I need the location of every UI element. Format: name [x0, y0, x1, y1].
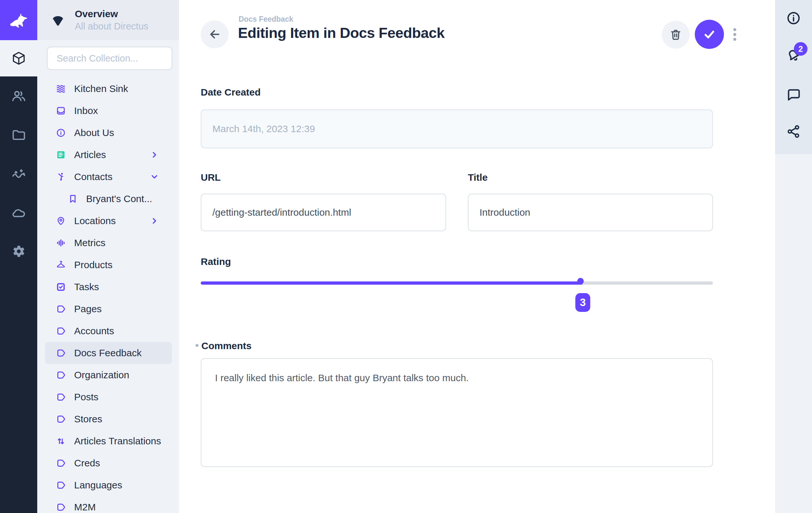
save-button[interactable]: [695, 20, 724, 49]
comments-field[interactable]: I really liked this article. But that gu…: [201, 358, 713, 467]
sidebar-item-articles[interactable]: Articles: [45, 144, 172, 166]
sidebar-item-label: Metrics: [74, 237, 106, 248]
edited-indicator-dot: [196, 344, 199, 347]
swap-vertical-icon: [56, 436, 66, 446]
sidebar-item-about-us[interactable]: About Us: [45, 122, 172, 144]
project-subtitle: All about Directus: [75, 21, 148, 32]
module-list: [0, 77, 37, 271]
sidebar-tool-info[interactable]: [786, 11, 801, 26]
sidebar-item-articles-translations[interactable]: Articles Translations: [45, 430, 172, 452]
sidebar-item-label: M2M: [74, 502, 96, 513]
url-field[interactable]: [201, 194, 446, 231]
chevron-right-icon[interactable]: [150, 150, 159, 159]
url-label: URL: [201, 172, 221, 183]
article-green-icon: [56, 150, 66, 160]
sidebar-item-locations[interactable]: Locations: [45, 210, 172, 232]
tag-icon: [56, 392, 66, 402]
module-cloud[interactable]: [0, 193, 37, 232]
module-user-directory[interactable]: [0, 77, 37, 115]
title-field[interactable]: [468, 194, 713, 231]
tag-icon: [56, 370, 66, 380]
rating-label: Rating: [201, 256, 231, 267]
directus-logo[interactable]: [0, 0, 37, 40]
sidebar-item-languages[interactable]: Languages: [45, 474, 172, 496]
inbox-icon: [56, 106, 66, 116]
sidebar-item-label: Inbox: [74, 105, 98, 116]
sidebar-item-creds[interactable]: Creds: [45, 452, 172, 474]
module-file-library[interactable]: [0, 115, 37, 154]
rating-value-badge: 3: [575, 293, 590, 312]
sidebar-item-pages[interactable]: Pages: [45, 298, 172, 320]
main-content: Docs Feedback Editing Item in Docs Feedb…: [179, 0, 775, 513]
page-title: Editing Item in Docs Feedback: [238, 25, 444, 41]
sidebar-item-stores[interactable]: Stores: [45, 408, 172, 430]
back-button[interactable]: [201, 20, 229, 48]
module-settings[interactable]: [0, 232, 37, 271]
users-icon: [11, 88, 26, 103]
chevron-down-icon[interactable]: [150, 172, 159, 181]
arrow-left-icon: [208, 28, 221, 41]
sidebar-item-label: Kitchen Sink: [74, 83, 128, 94]
info-icon: [786, 11, 801, 26]
right-sidebar: 2: [775, 0, 812, 513]
tag-icon: [56, 348, 66, 358]
collection-search: [47, 47, 172, 70]
sidebar-item-products[interactable]: Products: [45, 254, 172, 276]
module-content-active[interactable]: [0, 40, 37, 77]
module-insights[interactable]: [0, 154, 37, 193]
sidebar-item-m2m[interactable]: M2M: [45, 496, 172, 513]
equalizer-icon: [56, 238, 66, 248]
search-collection-input[interactable]: [57, 53, 163, 64]
comments-label: Comments: [201, 340, 252, 351]
breadcrumb[interactable]: Docs Feedback: [239, 15, 293, 24]
hanger-icon: [56, 260, 66, 270]
cloud-icon: [11, 205, 26, 220]
rating-slider[interactable]: [201, 275, 713, 291]
sidebar-item-label: Accounts: [74, 325, 114, 337]
date-created-label: Date Created: [201, 87, 261, 98]
slider-fill: [201, 281, 583, 285]
sidebar-item-tasks[interactable]: Tasks: [45, 276, 172, 298]
sidebar-item-organization[interactable]: Organization: [45, 364, 172, 386]
sidebar-item-kitchen-sink[interactable]: Kitchen Sink: [45, 78, 172, 100]
header-actions: [662, 20, 740, 49]
directus-rabbit-icon: [8, 10, 29, 30]
date-created-field[interactable]: [201, 110, 713, 148]
project-header[interactable]: Overview All about Directus: [37, 0, 179, 40]
sidebar-item-label: Tasks: [74, 281, 99, 292]
map-pin-icon: [56, 216, 66, 226]
sidebar-item-accounts[interactable]: Accounts: [45, 320, 172, 342]
sidebar-tool-notifications[interactable]: 2: [786, 48, 801, 63]
sidebar-item-bryant-s-cont[interactable]: Bryant's Cont...: [45, 188, 172, 210]
sidebar-item-label: Docs Feedback: [74, 347, 142, 359]
sidebar-item-posts[interactable]: Posts: [45, 386, 172, 408]
more-options-button[interactable]: [730, 20, 740, 49]
sidebar-item-contacts[interactable]: Contacts: [45, 166, 172, 188]
module-bar: [0, 0, 37, 513]
sidebar-item-label: Bryant's Cont...: [86, 193, 152, 204]
cube-icon: [11, 51, 26, 66]
fan-icon: [50, 12, 66, 28]
chevron-right-icon[interactable]: [150, 216, 159, 225]
sidebar-tool-comments[interactable]: [786, 87, 801, 102]
tag-icon: [56, 326, 66, 336]
sidebar-item-metrics[interactable]: Metrics: [45, 232, 172, 254]
project-title: Overview: [75, 8, 148, 20]
insights-icon: [11, 166, 26, 181]
tag-icon: [56, 304, 66, 314]
gear-icon: [11, 244, 26, 259]
right-sidebar-icons: 2: [775, 0, 812, 154]
person-wave-icon: [56, 172, 66, 182]
checkbox-icon: [56, 282, 66, 292]
bookmark-icon: [68, 194, 78, 204]
sidebar-item-label: Contacts: [74, 171, 112, 182]
sidebar-item-label: Posts: [74, 392, 98, 403]
waves-icon: [56, 84, 66, 94]
sidebar-item-inbox[interactable]: Inbox: [45, 100, 172, 122]
sidebar-item-docs-feedback[interactable]: Docs Feedback: [45, 342, 172, 364]
tag-icon: [56, 480, 66, 490]
delete-button[interactable]: [662, 21, 690, 49]
info-icon: [56, 128, 66, 138]
sidebar-item-label: About Us: [74, 127, 114, 138]
sidebar-tool-share[interactable]: [786, 124, 801, 139]
